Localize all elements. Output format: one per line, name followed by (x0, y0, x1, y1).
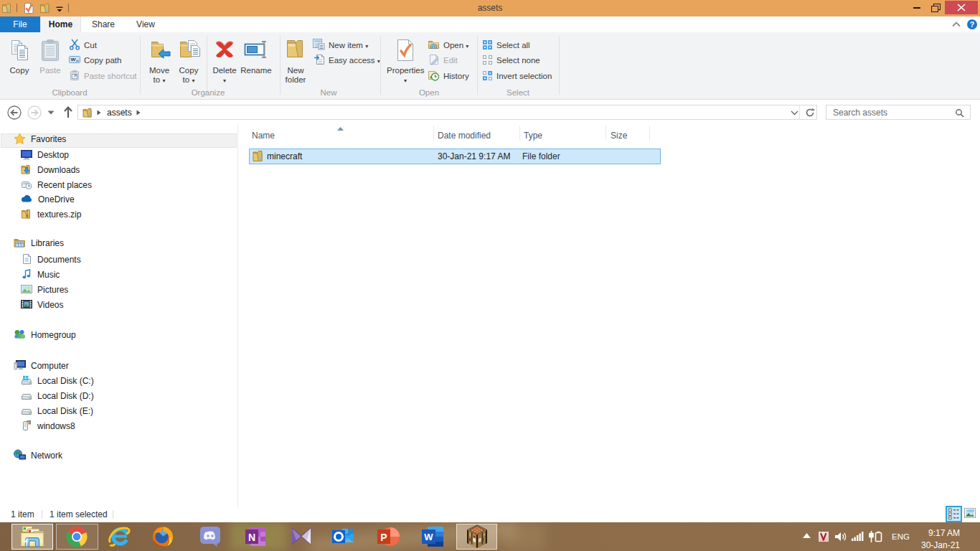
svg-text:P: P (380, 532, 387, 543)
svg-text:W: W (424, 532, 433, 542)
svg-text:N: N (248, 532, 255, 543)
